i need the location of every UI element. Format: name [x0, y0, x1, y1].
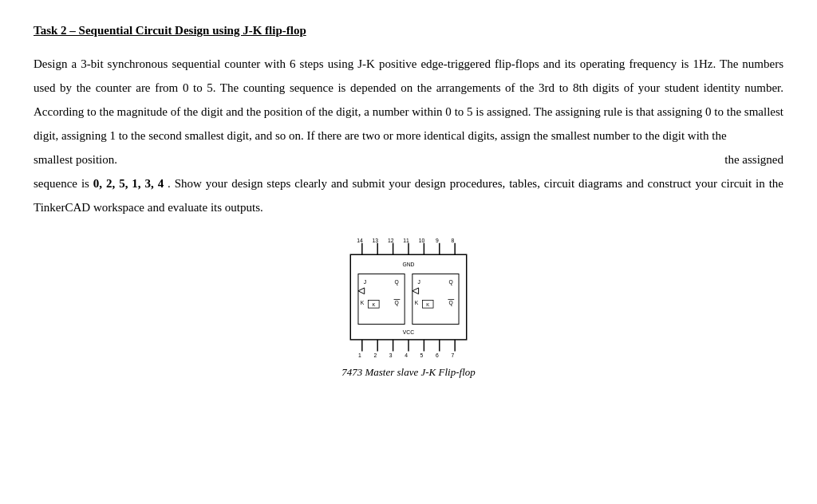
- svg-text:VCC: VCC: [403, 329, 414, 335]
- svg-text:Q: Q: [395, 279, 399, 285]
- svg-text:Q: Q: [395, 300, 399, 306]
- svg-text:9: 9: [436, 238, 439, 243]
- assigned-text: the assigned: [708, 148, 783, 171]
- sequence-text: sequence is 0, 2, 5, 1, 3, 4 . Show your…: [34, 177, 783, 214]
- svg-text:8: 8: [451, 238, 454, 243]
- svg-text:K: K: [361, 300, 365, 305]
- svg-text:6: 6: [436, 352, 439, 358]
- svg-text:GND: GND: [402, 262, 414, 267]
- svg-text:J: J: [418, 279, 420, 285]
- diagram-container: 14 13 12 11 10 9 8 1 2 3 4 5 6 7 GND: [34, 235, 783, 379]
- svg-text:K: K: [372, 302, 375, 307]
- sequence-left-text: smallest position.: [34, 148, 708, 171]
- main-paragraph: Design a 3-bit synchronous sequential co…: [34, 52, 783, 148]
- svg-text:10: 10: [419, 238, 425, 243]
- task-title: Task 2 – Sequential Circuit Design using…: [34, 24, 783, 37]
- svg-text:K: K: [415, 300, 419, 305]
- document-content: Task 2 – Sequential Circuit Design using…: [34, 16, 783, 379]
- svg-text:Q: Q: [448, 279, 452, 285]
- svg-text:7: 7: [451, 352, 454, 358]
- svg-text:J: J: [364, 279, 366, 285]
- svg-text:2: 2: [373, 352, 377, 358]
- svg-text:4: 4: [405, 352, 408, 358]
- svg-text:K: K: [426, 302, 429, 307]
- svg-text:5: 5: [420, 352, 424, 358]
- svg-text:13: 13: [373, 238, 379, 243]
- diagram-caption: 7473 Master slave J-K Flip-flop: [341, 366, 476, 379]
- svg-text:14: 14: [357, 238, 363, 243]
- svg-text:3: 3: [389, 352, 393, 358]
- svg-text:1: 1: [358, 352, 361, 358]
- sequence-line: smallest position. the assigned: [34, 148, 783, 171]
- sequence-paragraph: sequence is 0, 2, 5, 1, 3, 4 . Show your…: [34, 171, 783, 219]
- chip-diagram: 14 13 12 11 10 9 8 1 2 3 4 5 6 7 GND: [329, 235, 488, 363]
- svg-text:11: 11: [403, 238, 409, 243]
- svg-text:Q: Q: [448, 300, 452, 306]
- paragraph-text: Design a 3-bit synchronous sequential co…: [34, 57, 783, 142]
- svg-text:12: 12: [388, 238, 394, 243]
